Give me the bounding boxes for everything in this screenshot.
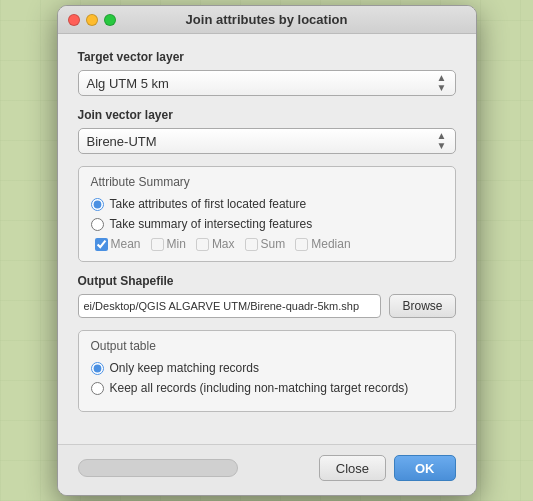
checkbox-mean-item: Mean: [95, 237, 141, 251]
ok-button[interactable]: OK: [394, 455, 456, 481]
checkbox-mean[interactable]: [95, 238, 108, 251]
dialog-content: Target vector layer Alg UTM 5 km ▲▼ Join…: [58, 34, 476, 444]
radio-summary[interactable]: [91, 218, 104, 231]
browse-button[interactable]: Browse: [389, 294, 455, 318]
dialog-title: Join attributes by location: [186, 12, 348, 27]
output-table-box: Output table Only keep matching records …: [78, 330, 456, 412]
output-shapefile-label: Output Shapefile: [78, 274, 456, 288]
checkbox-min-item: Min: [151, 237, 186, 251]
radio-row-matching: Only keep matching records: [91, 361, 443, 375]
checkbox-max-label: Max: [212, 237, 235, 251]
radio-all-records[interactable]: [91, 382, 104, 395]
target-vector-label: Target vector layer: [78, 50, 456, 64]
checkbox-median: [295, 238, 308, 251]
checkbox-sum: [245, 238, 258, 251]
button-group: Close OK: [319, 455, 456, 481]
join-vector-arrow-icon: ▲▼: [437, 131, 447, 151]
checkbox-mean-label: Mean: [111, 237, 141, 251]
checkbox-min: [151, 238, 164, 251]
output-row: ei/Desktop/QGIS ALGARVE UTM/Birene-quadr…: [78, 294, 456, 318]
radio-only-matching-label: Only keep matching records: [110, 361, 259, 375]
titlebar: Join attributes by location: [58, 6, 476, 34]
checkbox-sum-label: Sum: [261, 237, 286, 251]
checkbox-median-item: Median: [295, 237, 350, 251]
radio-row-first-feature: Take attributes of first located feature: [91, 197, 443, 211]
radio-all-records-label: Keep all records (including non-matching…: [110, 381, 409, 395]
traffic-lights: [68, 14, 116, 26]
checkbox-max: [196, 238, 209, 251]
radio-first-feature[interactable]: [91, 198, 104, 211]
checkbox-min-label: Min: [167, 237, 186, 251]
radio-first-feature-label: Take attributes of first located feature: [110, 197, 307, 211]
join-vector-dropdown[interactable]: Birene-UTM ▲▼: [78, 128, 456, 154]
output-table-title: Output table: [91, 339, 443, 353]
join-vector-label: Join vector layer: [78, 108, 456, 122]
radio-row-all-records: Keep all records (including non-matching…: [91, 381, 443, 395]
close-button[interactable]: Close: [319, 455, 386, 481]
join-vector-value: Birene-UTM: [87, 134, 157, 149]
main-dialog: Join attributes by location Target vecto…: [57, 5, 477, 496]
radio-only-matching[interactable]: [91, 362, 104, 375]
checkbox-max-item: Max: [196, 237, 235, 251]
attribute-summary-box: Attribute Summary Take attributes of fir…: [78, 166, 456, 262]
progress-bar: [78, 459, 238, 477]
bottom-bar: Close OK: [58, 444, 476, 495]
close-window-button[interactable]: [68, 14, 80, 26]
attribute-summary-title: Attribute Summary: [91, 175, 443, 189]
checkbox-sum-item: Sum: [245, 237, 286, 251]
output-path-text: ei/Desktop/QGIS ALGARVE UTM/Birene-quadr…: [84, 300, 360, 312]
zoom-window-button[interactable]: [104, 14, 116, 26]
target-vector-value: Alg UTM 5 km: [87, 76, 169, 91]
summary-checkboxes-row: Mean Min Max Sum Median: [91, 237, 443, 251]
target-vector-arrow-icon: ▲▼: [437, 73, 447, 93]
radio-row-summary: Take summary of intersecting features: [91, 217, 443, 231]
checkbox-median-label: Median: [311, 237, 350, 251]
target-vector-dropdown[interactable]: Alg UTM 5 km ▲▼: [78, 70, 456, 96]
output-path-field[interactable]: ei/Desktop/QGIS ALGARVE UTM/Birene-quadr…: [78, 294, 382, 318]
minimize-window-button[interactable]: [86, 14, 98, 26]
radio-summary-label: Take summary of intersecting features: [110, 217, 313, 231]
